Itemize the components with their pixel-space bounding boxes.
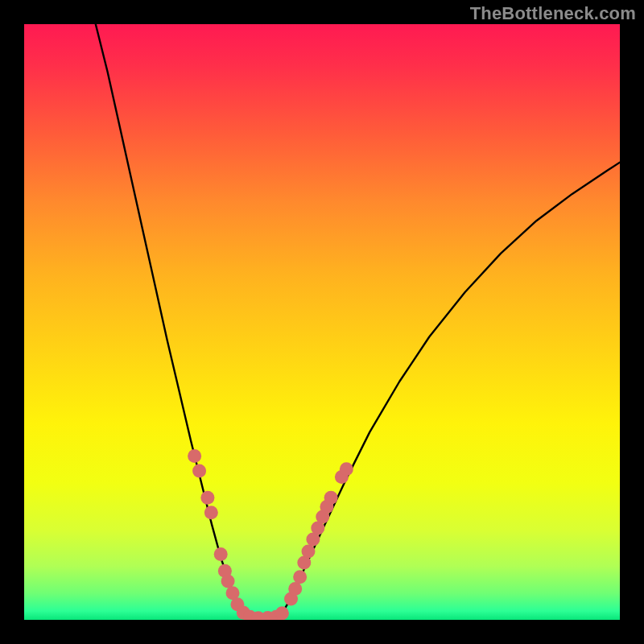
data-point — [301, 544, 315, 558]
data-point — [214, 547, 228, 561]
data-point — [340, 462, 353, 476]
chart-frame — [24, 24, 620, 620]
data-point — [275, 606, 289, 620]
bottleneck-chart — [24, 24, 620, 620]
data-point — [324, 491, 338, 505]
watermark-text: TheBottleneck.com — [470, 3, 636, 24]
data-point — [200, 491, 214, 505]
data-point — [288, 582, 302, 596]
data-point — [188, 449, 201, 463]
data-point — [221, 574, 235, 588]
data-point — [293, 570, 307, 584]
data-point — [204, 506, 218, 519]
data-point — [192, 464, 206, 478]
